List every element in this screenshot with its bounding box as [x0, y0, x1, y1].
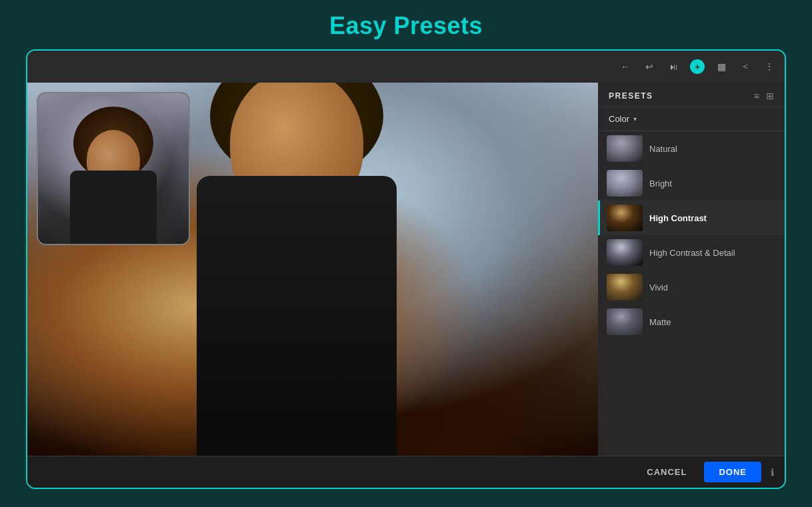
preset-label-hcd: High Contrast & Detail — [649, 248, 735, 258]
panel-title: PRESETS — [609, 91, 653, 101]
preset-thumb-hcd — [607, 239, 643, 266]
preset-thumb-natural — [607, 135, 643, 162]
preset-list: Natural Bright High Contrast — [598, 131, 785, 456]
preset-label-natural: Natural — [649, 144, 677, 154]
toolbar-more-icon[interactable]: ⋮ — [762, 59, 777, 74]
toolbar-back-icon[interactable]: ← — [618, 59, 633, 74]
preset-item-high-contrast[interactable]: High Contrast — [598, 201, 785, 235]
thumb-body — [70, 171, 157, 244]
preset-label-matte: Matte — [649, 317, 671, 327]
info-icon[interactable]: ℹ — [771, 467, 774, 478]
cancel-button[interactable]: CANCEL — [636, 462, 697, 482]
before-thumbnail — [37, 92, 190, 245]
panel-header-icons: ≡ ⊞ — [754, 91, 774, 101]
done-button[interactable]: DONE — [704, 462, 761, 482]
toolbar-play-icon[interactable]: ⏯ — [666, 59, 681, 74]
preset-item-matte[interactable]: Matte — [598, 304, 785, 339]
preset-thumb-vivid — [607, 274, 643, 300]
list-view-icon[interactable]: ≡ — [754, 91, 759, 101]
preset-thumb-bright — [607, 170, 643, 197]
preset-item-high-contrast-detail[interactable]: High Contrast & Detail — [598, 235, 785, 270]
person-body — [197, 176, 397, 456]
bottom-bar: CANCEL DONE ℹ — [27, 456, 785, 488]
page-title: Easy Presets — [329, 12, 483, 40]
grid-view-icon[interactable]: ⊞ — [766, 91, 774, 101]
filter-label: Color — [609, 114, 629, 124]
preset-item-vivid[interactable]: Vivid — [598, 270, 785, 304]
preset-thumb-matte — [607, 308, 643, 335]
preset-item-bright[interactable]: Bright — [598, 166, 785, 201]
toolbar-plus-icon[interactable]: + — [690, 59, 705, 74]
filter-arrow-icon: ▾ — [633, 115, 637, 123]
main-area: PRESETS ≡ ⊞ Color ▾ Natural — [27, 83, 785, 456]
toolbar: ← ↩ ⏯ + ▦ ＜ ⋮ — [27, 51, 785, 83]
app-container: ← ↩ ⏯ + ▦ ＜ ⋮ — [26, 49, 786, 489]
preset-item-natural[interactable]: Natural — [598, 131, 785, 166]
photo-area — [27, 83, 598, 456]
preset-label-high-contrast: High Contrast — [649, 213, 707, 223]
preset-label-vivid: Vivid — [649, 282, 668, 292]
preset-label-bright: Bright — [649, 179, 672, 189]
toolbar-share-icon[interactable]: ＜ — [738, 59, 753, 74]
toolbar-undo-icon[interactable]: ↩ — [642, 59, 657, 74]
toolbar-panels-icon[interactable]: ▦ — [714, 59, 729, 74]
color-filter[interactable]: Color ▾ — [598, 107, 785, 131]
presets-panel: PRESETS ≡ ⊞ Color ▾ Natural — [598, 83, 785, 456]
preset-thumb-high-contrast — [607, 205, 643, 231]
panel-header: PRESETS ≡ ⊞ — [598, 83, 785, 107]
